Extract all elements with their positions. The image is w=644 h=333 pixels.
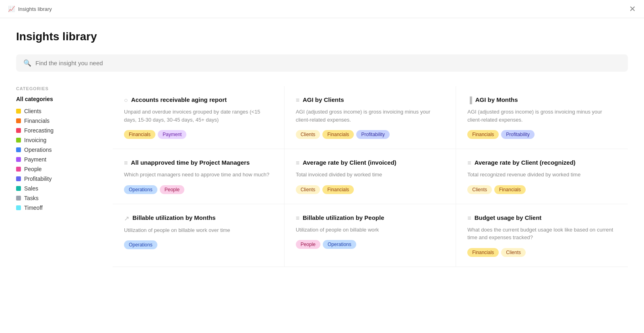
tag-profitability[interactable]: Profitability: [501, 130, 535, 139]
tag-payment[interactable]: Payment: [158, 130, 186, 139]
insight-desc: Total recognized revenue divided by work…: [467, 171, 617, 179]
category-label: Timeoff: [24, 205, 43, 211]
category-dot: [16, 196, 21, 201]
insight-header: ≡Billable utilization by People: [296, 214, 445, 222]
tag-profitability[interactable]: Profitability: [356, 130, 390, 139]
sidebar-item-operations[interactable]: Operations: [16, 145, 97, 155]
insight-header: ≡Average rate by Client (invoiced): [296, 159, 445, 167]
all-categories-item[interactable]: All categories: [16, 96, 97, 102]
insight-card[interactable]: ○Accounts receivable aging reportUnpaid …: [113, 86, 285, 149]
tag-financials[interactable]: Financials: [467, 248, 499, 257]
tags-row: FinancialsClients: [467, 248, 617, 257]
insight-title: All unapproved time by Project Managers: [131, 159, 250, 167]
insight-card[interactable]: ≡All unapproved time by Project Managers…: [113, 149, 285, 204]
tag-operations[interactable]: Operations: [124, 240, 157, 249]
tag-financials[interactable]: Financials: [124, 130, 155, 139]
category-dot: [16, 157, 21, 162]
sidebar: CATEGORIES All categories ClientsFinanci…: [16, 86, 97, 267]
insight-type-icon: ▐: [467, 97, 472, 104]
title-bar: 📈 Insights library ✕: [0, 0, 644, 18]
insight-card[interactable]: ≡AGI by ClientsAGI (adjusted gross incom…: [285, 86, 456, 149]
tag-people[interactable]: People: [296, 240, 320, 249]
insight-desc: Unpaid and overdue invoices grouped by d…: [124, 108, 273, 124]
sidebar-item-tasks[interactable]: Tasks: [16, 193, 97, 203]
tag-financials[interactable]: Financials: [467, 130, 499, 139]
insight-type-icon: ≡: [467, 159, 471, 167]
insight-title: AGI by Clients: [303, 96, 344, 104]
sidebar-items: ClientsFinancialsForecastingInvoicingOpe…: [16, 106, 97, 213]
tag-clients[interactable]: Clients: [467, 185, 492, 194]
insight-header: ≡All unapproved time by Project Managers: [124, 159, 273, 167]
tags-row: ClientsFinancialsProfitability: [296, 130, 445, 139]
tag-operations[interactable]: Operations: [323, 240, 356, 249]
tags-row: FinancialsProfitability: [467, 130, 617, 139]
sidebar-item-timeoff[interactable]: Timeoff: [16, 203, 97, 213]
insight-desc: Utilization of people on billable work: [296, 226, 445, 234]
insight-card[interactable]: ▐AGI by MonthsAGI (adjusted gross income…: [456, 86, 628, 149]
title-bar-text: Insights library: [18, 6, 52, 12]
category-dot: [16, 167, 21, 172]
insight-card[interactable]: ≡Average rate by Client (recognized)Tota…: [456, 149, 628, 204]
insight-desc: Which project managers need to approve t…: [124, 171, 273, 179]
tags-row: ClientsFinancials: [296, 185, 445, 194]
category-dot: [16, 109, 21, 114]
sidebar-item-clients[interactable]: Clients: [16, 106, 97, 116]
main-content: Insights library 🔍 CATEGORIES All catego…: [0, 18, 644, 279]
insight-header: ↗Billable utilization by Months: [124, 214, 273, 222]
insight-type-icon: ≡: [296, 215, 299, 222]
category-label: Sales: [24, 185, 38, 192]
tags-row: OperationsPeople: [124, 185, 273, 194]
insight-type-icon: ↗: [124, 215, 129, 222]
category-label: People: [24, 166, 42, 172]
insight-card[interactable]: ↗Billable utilization by MonthsUtilizati…: [113, 204, 285, 267]
tag-clients[interactable]: Clients: [296, 130, 320, 139]
category-label: Clients: [24, 108, 41, 114]
insight-card[interactable]: ≡Budget usage by ClientWhat does the cur…: [456, 204, 628, 267]
insight-desc: Utilization of people on billable work o…: [124, 226, 273, 234]
insight-header: ≡Budget usage by Client: [467, 214, 617, 222]
insight-card[interactable]: ≡Billable utilization by PeopleUtilizati…: [285, 204, 456, 267]
insight-type-icon: ≡: [296, 97, 299, 104]
tag-people[interactable]: People: [160, 185, 184, 194]
insight-header: ▐AGI by Months: [467, 96, 617, 104]
sidebar-item-forecasting[interactable]: Forecasting: [16, 126, 97, 135]
sidebar-item-profitability[interactable]: Profitability: [16, 174, 97, 184]
insight-card[interactable]: ≡Average rate by Client (invoiced)Total …: [285, 149, 456, 204]
category-dot: [16, 128, 21, 133]
page-title: Insights library: [16, 30, 628, 43]
categories-label: CATEGORIES: [16, 86, 97, 91]
insight-desc: AGI (adjusted gross income) is gross inv…: [467, 108, 617, 124]
tags-row: Operations: [124, 240, 273, 249]
close-icon[interactable]: ✕: [629, 5, 636, 13]
insight-header: ○Accounts receivable aging report: [124, 96, 273, 104]
insights-icon: 📈: [8, 6, 15, 12]
title-bar-left: 📈 Insights library: [8, 6, 52, 12]
tags-row: ClientsFinancials: [467, 185, 617, 194]
sidebar-item-financials[interactable]: Financials: [16, 116, 97, 126]
search-input[interactable]: [35, 60, 621, 66]
tags-row: FinancialsPayment: [124, 130, 273, 139]
insight-desc: What does the current budget usage look …: [467, 226, 617, 242]
insight-header: ≡Average rate by Client (recognized): [467, 159, 617, 167]
tag-clients[interactable]: Clients: [296, 185, 320, 194]
category-dot: [16, 205, 21, 210]
search-icon: 🔍: [23, 59, 31, 67]
sidebar-item-payment[interactable]: Payment: [16, 155, 97, 164]
insight-type-icon: ≡: [467, 215, 471, 222]
sidebar-item-sales[interactable]: Sales: [16, 184, 97, 193]
insights-grid: ○Accounts receivable aging reportUnpaid …: [113, 86, 628, 267]
category-dot: [16, 118, 21, 123]
insight-type-icon: ≡: [296, 159, 299, 167]
tag-financials[interactable]: Financials: [494, 185, 526, 194]
sidebar-item-invoicing[interactable]: Invoicing: [16, 135, 97, 145]
insight-title: Billable utilization by People: [303, 214, 384, 222]
tag-operations[interactable]: Operations: [124, 185, 157, 194]
tag-financials[interactable]: Financials: [322, 130, 354, 139]
sidebar-item-people[interactable]: People: [16, 164, 97, 174]
category-label: Invoicing: [24, 137, 46, 143]
category-label: Profitability: [24, 176, 52, 182]
insight-desc: Total invoiced divided by worked time: [296, 171, 445, 179]
tag-clients[interactable]: Clients: [501, 248, 526, 257]
insight-title: Average rate by Client (recognized): [475, 159, 576, 167]
tag-financials[interactable]: Financials: [322, 185, 354, 194]
